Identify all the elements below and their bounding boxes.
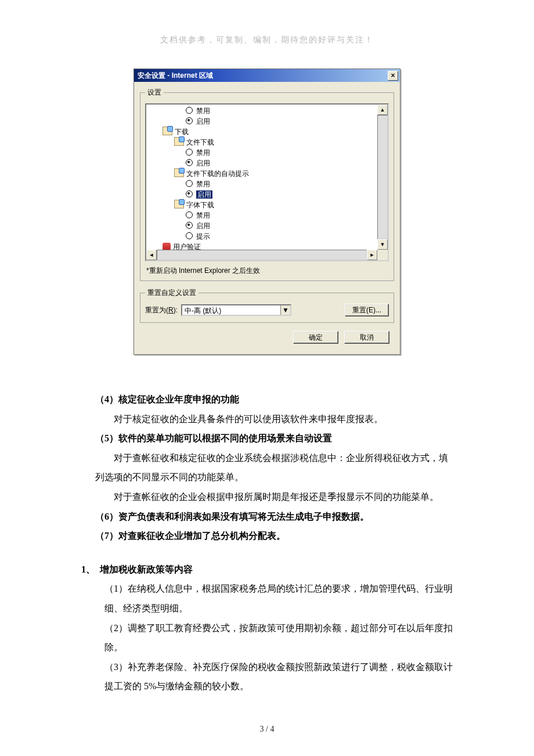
section-5-paragraph-1: 对于查帐征收和核定征收的企业系统会根据涉税信息中：企业所得税征收方式，填列选项的…	[81, 448, 453, 487]
radio-auto-prompt-disable[interactable]: 禁用	[163, 179, 377, 189]
scroll-track[interactable]	[377, 115, 388, 239]
close-icon[interactable]: ×	[388, 71, 398, 81]
radio-icon	[186, 232, 193, 239]
folder-icon	[174, 200, 184, 208]
cancel-button[interactable]: 取消	[344, 331, 389, 344]
vertical-scrollbar[interactable]: ▲ ▼	[377, 105, 388, 250]
selected-option-label: 启用	[196, 190, 212, 199]
restart-note: *重新启动 Internet Explorer 之后生效	[145, 265, 389, 276]
category-user-auth: 用户验证	[163, 242, 377, 250]
list-1-item-3: （3）补充养老保险、补充医疗保险的税收金额按照新政策进行了调整，税收金额取计提工…	[81, 657, 453, 696]
section-4-paragraph: 对于核定征收的企业具备条件的可以使用该软件来申报年度报表。	[81, 409, 453, 429]
radio-font-download-enable[interactable]: 启用	[163, 221, 377, 231]
radio-file-download-disable[interactable]: 禁用	[163, 147, 377, 158]
list-1-item-1: （1）在纳税人信息中，根据国家税务总局的统计汇总的要求，增加管理代码、行业明细、…	[81, 579, 453, 618]
list-1-heading: 1、增加税收新政策等内容	[81, 560, 453, 579]
dialog-titlebar: 安全设置 - Internet 区域 ×	[134, 69, 400, 82]
radio-font-download-prompt[interactable]: 提示	[163, 231, 377, 242]
category-font-download: 字体下载	[163, 200, 377, 210]
reset-to-label: 重置为(R):	[145, 305, 178, 315]
radio-icon	[186, 117, 193, 124]
section-7-title: （7）对查账征收企业增加了总分机构分配表。	[81, 526, 453, 546]
settings-legend: 设置	[145, 88, 164, 98]
document-body: （4）核定征收企业年度申报的功能 对于核定征收的企业具备条件的可以使用该软件来申…	[81, 390, 453, 696]
page-number: 3 / 4	[0, 725, 534, 734]
radio-icon	[186, 211, 193, 218]
reset-level-combo[interactable]: 中-高 (默认) ▼	[181, 304, 291, 316]
scroll-corner	[377, 250, 388, 260]
category-file-download: 文件下载	[163, 137, 377, 147]
dialog-body: 设置 禁用 启用 下载 文件下载 禁用 启用 文件下载的自动提示 禁用 启用 字…	[134, 82, 400, 354]
radio-icon	[186, 222, 193, 229]
radio-icon	[186, 159, 193, 166]
page-header-note: 文档供参考，可复制、编制，期待您的好评与关注！	[0, 0, 534, 45]
reset-level-value: 中-高 (默认)	[182, 305, 280, 315]
folder-icon	[163, 127, 172, 135]
scroll-up-icon[interactable]: ▲	[377, 105, 388, 115]
reset-button[interactable]: 重置(E)...	[345, 304, 389, 316]
chevron-down-icon[interactable]: ▼	[280, 305, 290, 315]
radio-font-download-disable[interactable]: 禁用	[163, 210, 377, 221]
settings-group: 设置 禁用 启用 下载 文件下载 禁用 启用 文件下载的自动提示 禁用 启用 字…	[140, 88, 394, 281]
reset-legend: 重置自定义设置	[145, 288, 199, 298]
dialog-title: 安全设置 - Internet 区域	[138, 71, 213, 81]
section-5-paragraph-2: 对于查帐征收的企业会根据申报所属时期是年报还是季报显示不同的功能菜单。	[81, 487, 453, 507]
scroll-down-icon[interactable]: ▼	[377, 239, 388, 250]
reset-group: 重置自定义设置 重置为(R): 中-高 (默认) ▼ 重置(E)...	[140, 288, 394, 323]
users-icon	[163, 243, 171, 250]
scroll-track[interactable]	[157, 250, 367, 260]
folder-icon	[174, 137, 184, 146]
scroll-right-icon[interactable]: ►	[367, 250, 377, 260]
radio-icon	[186, 190, 193, 197]
section-4-title: （4）核定征收企业年度申报的功能	[81, 390, 453, 409]
list-1-item-2: （2）调整了职工教育经费公式，按新政策可使用期初余额，超过部分可在以后年度扣除。	[81, 618, 453, 657]
scroll-left-icon[interactable]: ◄	[146, 250, 157, 260]
radio-icon	[186, 107, 193, 114]
category-file-download-prompt: 文件下载的自动提示	[163, 168, 377, 179]
radio-option-disable[interactable]: 禁用	[163, 106, 377, 116]
folder-icon	[174, 168, 184, 177]
section-5-title: （5）软件的菜单功能可以根据不同的使用场景来自动设置	[81, 429, 453, 448]
ok-button[interactable]: 确定	[293, 331, 338, 344]
category-download: 下载	[163, 127, 377, 137]
radio-auto-prompt-enable[interactable]: 启用	[163, 189, 377, 200]
settings-tree: 禁用 启用 下载 文件下载 禁用 启用 文件下载的自动提示 禁用 启用 字体下载…	[145, 103, 389, 261]
radio-file-download-enable[interactable]: 启用	[163, 158, 377, 168]
radio-icon	[186, 180, 193, 187]
horizontal-scrollbar[interactable]: ◄ ►	[146, 250, 377, 260]
radio-option-enable[interactable]: 启用	[163, 116, 377, 127]
radio-icon	[186, 149, 193, 156]
security-settings-dialog: 安全设置 - Internet 区域 × 设置 禁用 启用 下载 文件下载 禁用…	[134, 69, 400, 355]
settings-tree-viewport: 禁用 启用 下载 文件下载 禁用 启用 文件下载的自动提示 禁用 启用 字体下载…	[146, 105, 377, 250]
section-6-title: （6）资产负债表和利润表如果没有填写将无法生成电子申报数据。	[81, 507, 453, 527]
